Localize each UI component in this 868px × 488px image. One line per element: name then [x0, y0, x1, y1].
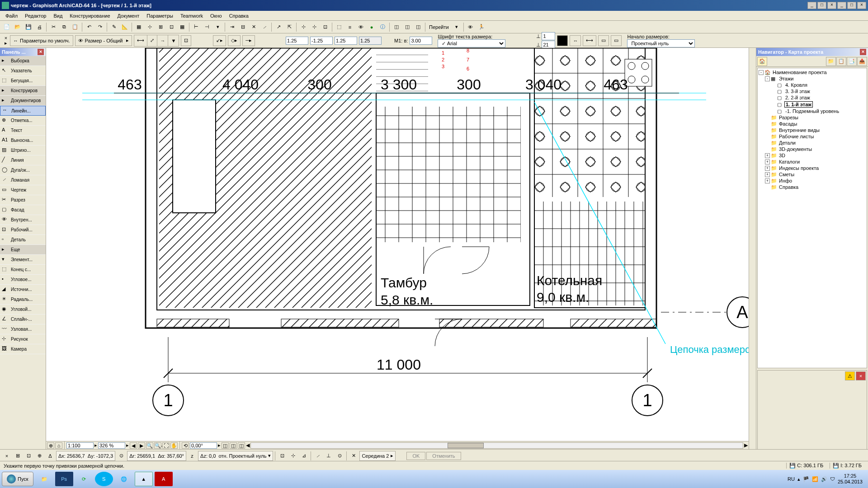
navigator-close-icon[interactable]: × [860, 49, 866, 55]
tool-b[interactable]: ⊣ [202, 22, 212, 32]
goto-dropdown[interactable]: ▾ [452, 22, 462, 32]
tool-[interactable]: ▨Штрихо... [0, 145, 46, 155]
tree-node[interactable]: 📁Детали [759, 140, 866, 146]
nav-warn-icon[interactable]: ⚠ [845, 371, 855, 380]
tray-clock[interactable]: 17:25 25.04.2013 [838, 473, 863, 485]
toolbox-header[interactable]: ▸Конструиров [0, 86, 46, 96]
window3-button[interactable]: ◫ [413, 22, 423, 32]
scale-field[interactable] [66, 442, 94, 449]
nav-view1-button[interactable]: 📁 [826, 57, 836, 66]
redo-button[interactable]: ↷ [95, 22, 105, 32]
tray-flag-icon[interactable]: 🏴 [803, 476, 809, 482]
start-button[interactable]: Пуск [2, 472, 33, 486]
snap5-icon[interactable]: ⊥ [324, 451, 334, 461]
minimize-button[interactable]: _ [807, 2, 816, 9]
tree-node[interactable]: 📁Разрезы [759, 114, 866, 121]
snap3-icon[interactable]: ⊿ [299, 451, 309, 461]
close-opts-icon[interactable]: × [4, 36, 8, 40]
paste-button[interactable]: 📋 [70, 22, 80, 32]
coord-polar-icon[interactable]: ⊙ [116, 451, 126, 461]
undo-button[interactable]: ↶ [84, 22, 94, 32]
dim3-input[interactable] [335, 37, 357, 45]
toolbox-close-icon[interactable]: × [38, 49, 44, 55]
tool-[interactable]: ⊹Рисунок [0, 334, 46, 344]
window1-button[interactable]: ◫ [392, 22, 401, 32]
pin-opts-icon[interactable]: ▸ [4, 41, 8, 45]
tray-net-icon[interactable]: 📶 [812, 476, 818, 482]
font-select[interactable]: ✓ Arial [438, 39, 505, 47]
coord-origin-icon[interactable]: ⊕ [34, 451, 44, 461]
coord-grid1-icon[interactable]: ⊞ [13, 451, 23, 461]
tool-[interactable]: ⊕Отметка... [0, 116, 46, 126]
tool-[interactable]: ↔Линейн... [0, 106, 46, 116]
close-button[interactable]: × [827, 2, 836, 9]
tray-up-icon[interactable]: ▴ [797, 476, 800, 482]
tool-[interactable]: ▭Чертеж [0, 185, 46, 195]
tree-node[interactable]: +📁Индексы проекта [759, 165, 866, 171]
tool-c[interactable]: ▾ [213, 22, 223, 32]
tree-expand-icon[interactable]: - [759, 70, 764, 75]
menu-редактор[interactable]: Редактор [21, 12, 50, 19]
mode1-icon[interactable]: ◫ [222, 442, 229, 449]
coord-delta-icon[interactable]: Δ [45, 451, 55, 461]
task-skype[interactable]: S [95, 472, 113, 486]
tool-j[interactable]: ⊹ [298, 22, 308, 32]
select-button[interactable]: ▦ [134, 22, 144, 32]
tool-[interactable]: ∠Сплайн-... [0, 314, 46, 324]
arrow2-button[interactable]: ⟷ [583, 35, 596, 46]
menu-конструирование[interactable]: Конструирование [66, 12, 113, 19]
tree-node[interactable]: -▦Этажи [759, 75, 866, 82]
mode2-icon[interactable]: ◫ [230, 442, 237, 449]
marker2-button[interactable]: ◇▸ [228, 35, 241, 46]
vertical-scrollbar[interactable] [749, 48, 756, 474]
tool-[interactable]: •Угловое... [0, 275, 46, 285]
maximize-button[interactable]: □ [817, 2, 826, 9]
cancel-button[interactable]: Отменить [426, 452, 461, 460]
menu-справка[interactable]: Справка [226, 12, 252, 19]
defaults-button[interactable]: ↔ Параметры по умолч. [10, 35, 73, 46]
snap4-icon[interactable]: ⟋ [313, 451, 323, 461]
nav-view4-button[interactable]: 📤 [857, 57, 867, 66]
tree-expand-icon[interactable]: + [765, 172, 770, 177]
snap1-button[interactable]: ⊹ [145, 22, 155, 32]
rot-icon[interactable]: ⟲ [182, 442, 189, 449]
copy-button[interactable]: ⧉ [59, 22, 69, 32]
tool-[interactable]: ◢Источни... [0, 285, 46, 295]
tray-vol-icon[interactable]: 🔊 [821, 476, 827, 482]
tool-g[interactable]: ⟋ [259, 22, 269, 32]
angle-field[interactable] [190, 442, 217, 449]
tree-expand-icon[interactable]: + [765, 160, 770, 164]
new-button[interactable]: 📄 [2, 22, 12, 32]
picker-button[interactable]: ✎ [109, 22, 119, 32]
tool-[interactable]: ✂Разрез [0, 195, 46, 205]
tree-node[interactable]: 📁Фасады [759, 121, 866, 127]
nav-close2-icon[interactable]: × [856, 371, 866, 380]
tree-node[interactable]: +📁Сметы [759, 171, 866, 178]
tool-[interactable]: ▫Деталь [0, 235, 46, 245]
assoc-button[interactable]: ⊡ [181, 35, 191, 46]
lang-indicator[interactable]: RU [788, 476, 795, 482]
tray-shield-icon[interactable]: 🛡 [830, 476, 835, 482]
ok-button[interactable]: OK [406, 452, 425, 460]
dim1-input[interactable] [286, 37, 308, 45]
menu-окно[interactable]: Окно [207, 12, 226, 19]
menu-вид[interactable]: Вид [50, 12, 66, 19]
zoom-out-icon[interactable]: 🔍- [154, 442, 161, 449]
run-button[interactable]: 🏃 [476, 22, 486, 32]
snap7-icon[interactable]: ✕ [349, 451, 359, 461]
dimtype-3[interactable]: → [157, 35, 168, 46]
tool-[interactable]: 🖼Камера [0, 344, 46, 354]
tool-[interactable]: ⬚Конец с... [0, 265, 46, 275]
tool-f[interactable]: ✕ [249, 22, 259, 32]
layer-button[interactable]: 👁 Размер - Общий ▸ [75, 35, 132, 46]
tool-[interactable]: ╱Линия [0, 155, 46, 165]
snap2-icon[interactable]: ⊹ [288, 451, 298, 461]
tree-node[interactable]: 📁3D-документы [759, 146, 866, 152]
eye-button[interactable]: 👁 [466, 22, 476, 32]
nav-view3-button[interactable]: 📑 [847, 57, 857, 66]
tool-[interactable]: ◉Угловой... [0, 305, 46, 314]
m1-input[interactable] [410, 37, 432, 45]
task-chrome[interactable]: 🌐 [115, 472, 133, 486]
menu-документ[interactable]: Документ [114, 12, 143, 19]
dim2-input[interactable] [310, 37, 333, 45]
